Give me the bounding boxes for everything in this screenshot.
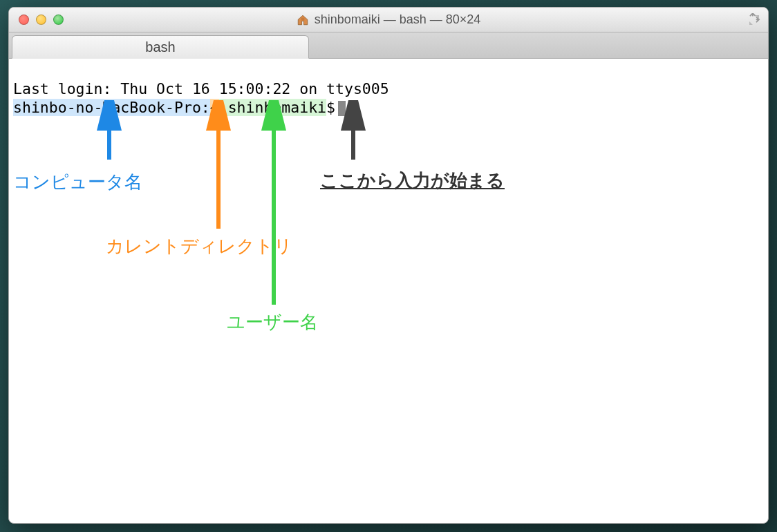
svg-rect-0 [301, 17, 304, 20]
arrow-dir [205, 100, 232, 231]
window-titlebar: shinbomaiki — bash — 80×24 [9, 8, 768, 32]
tab-label: bash [145, 39, 175, 55]
zoom-button[interactable] [53, 15, 64, 25]
cursor [338, 101, 346, 116]
label-input: ここから入力が始まる [320, 169, 505, 192]
prompt-user: shinbomaiki [219, 99, 326, 116]
prompt-computer: shinbo-no-MacBook-Pro: [13, 99, 210, 116]
traffic-lights [9, 15, 64, 25]
terminal-window: shinbomaiki — bash — 80×24 bash Last log… [8, 7, 769, 524]
arrow-user [260, 100, 288, 307]
fullscreen-icon[interactable] [747, 13, 761, 27]
tab-bash[interactable]: bash [12, 35, 309, 59]
terminal-body[interactable]: Last login: Thu Oct 16 15:00:22 on ttys0… [9, 59, 768, 523]
prompt-symbol: $ [326, 99, 335, 116]
window-title-text: shinbomaiki — bash — 80×24 [315, 12, 481, 27]
window-title: shinbomaiki — bash — 80×24 [9, 12, 768, 27]
home-icon [297, 14, 309, 26]
label-dir: カレントディレクトリ [106, 235, 292, 258]
annotations-overlay: コンピュータ名 カレントディレクトリ ユーザー名 ここから入力が始まる [9, 59, 768, 523]
prompt-dir: ~ [210, 99, 219, 116]
last-login-line: Last login: Thu Oct 16 15:00:22 on ttys0… [13, 80, 389, 97]
minimize-button[interactable] [36, 15, 46, 25]
label-computer: コンピュータ名 [13, 171, 142, 193]
tab-bar: bash [9, 32, 768, 59]
close-button[interactable] [19, 15, 29, 25]
label-user: ユーザー名 [227, 311, 318, 334]
